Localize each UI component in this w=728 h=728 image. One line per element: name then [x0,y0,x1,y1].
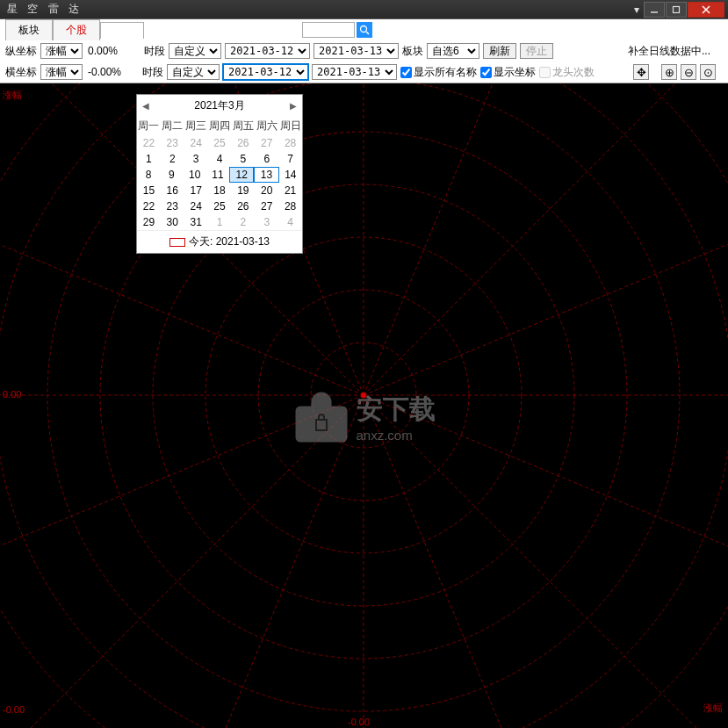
close-button[interactable] [688,2,724,18]
cal-day[interactable]: 31 [184,214,208,230]
radar-chart[interactable]: 涨幅 0.00 -0.00 -0.00 涨幅 安下载 anxz.com [0,83,728,728]
cal-day[interactable]: 10 [184,167,206,183]
cal-day[interactable]: 8 [137,167,160,183]
cal-weekday: 周六 [255,117,278,135]
cal-day[interactable]: 23 [161,135,184,151]
x-axis-title: 涨幅 [703,702,723,715]
cal-day[interactable]: 12 [229,167,254,183]
search-button[interactable] [357,22,372,38]
search-input[interactable] [302,22,355,38]
cal-weekday: 周三 [184,117,208,135]
svg-line-26 [364,188,728,395]
supplement-status: 补全日线数据中... [628,44,710,59]
svg-line-18 [364,83,728,395]
svg-line-23 [156,395,364,728]
leader-count-checkbox[interactable]: 龙头次数 [539,65,595,80]
cal-day[interactable]: 11 [206,167,229,183]
x-axis-neg: -0.00 [348,717,370,727]
minimize-button[interactable] [644,2,665,18]
cal-day[interactable]: 24 [184,198,208,214]
show-coords-checkbox[interactable]: 显示坐标 [480,65,536,80]
cal-day[interactable]: 3 [255,214,278,230]
cal-day[interactable]: 24 [184,135,208,151]
x-axis-value: -0.00% [88,66,121,78]
controls-row-2: 横坐标 涨幅 -0.00% 时段 自定义 2021-03-12 2021-03-… [0,61,728,83]
cal-title[interactable]: 2021年3月 [194,98,244,113]
cal-day[interactable]: 18 [208,183,232,198]
cal-day[interactable]: 6 [255,151,278,167]
period-select-1[interactable]: 自定义 [169,43,221,59]
tab-filler [100,22,144,39]
cal-day[interactable]: 5 [231,151,255,167]
y-axis-select[interactable]: 涨幅 [40,43,83,59]
svg-line-19 [0,395,364,728]
cal-day[interactable]: 14 [279,167,302,183]
cal-day[interactable]: 16 [161,183,184,198]
cal-day[interactable]: 2 [161,151,184,167]
reset-zoom-button[interactable]: ⊙ [700,64,716,80]
cal-next-icon[interactable]: ▶ [290,101,297,111]
cal-day[interactable]: 4 [208,151,232,167]
cal-day[interactable]: 29 [137,214,161,230]
cal-day[interactable]: 27 [255,198,278,214]
cal-day[interactable]: 23 [161,198,184,214]
cal-day[interactable]: 20 [255,183,278,198]
x-axis-select[interactable]: 涨幅 [40,64,83,80]
cal-day[interactable]: 22 [137,135,161,151]
cal-weekday: 周五 [231,117,255,135]
cal-day[interactable]: 28 [278,198,302,214]
window-title: 星 空 雷 达 [4,2,629,17]
refresh-button[interactable]: 刷新 [483,43,516,59]
down-arrow-icon[interactable]: ▾ [631,4,643,16]
cal-day[interactable]: 17 [184,183,208,198]
show-all-names-checkbox[interactable]: 显示所有名称 [400,65,477,80]
cal-day[interactable]: 19 [231,183,255,198]
block-select[interactable]: 自选6 [427,43,479,59]
cal-day[interactable]: 1 [137,151,161,167]
cal-day[interactable]: 2 [231,214,255,230]
target-button[interactable]: ✥ [633,64,649,80]
cal-day[interactable]: 22 [137,198,161,214]
cal-weekday: 周一 [137,117,161,135]
cal-day[interactable]: 25 [208,135,232,151]
date1-select-1[interactable]: 2021-03-12 [225,43,310,59]
stop-button[interactable]: 停止 [520,43,553,59]
period-select-2[interactable]: 自定义 [167,64,220,80]
maximize-button[interactable] [666,2,687,18]
calendar-popup: ◀ 2021年3月 ▶ 周一周二周三周四周五周六周日22232425262728… [136,94,303,254]
cal-day[interactable]: 13 [254,167,278,183]
tab-row: 板块 个股 [0,19,728,40]
cal-day[interactable]: 26 [231,135,255,151]
cal-day[interactable]: 15 [137,183,161,198]
cal-weekday: 周日 [278,117,302,135]
zoom-out-button[interactable]: ⊖ [681,64,696,80]
tab-stocks[interactable]: 个股 [53,19,100,40]
cal-day[interactable]: 26 [231,198,255,214]
cal-weekday: 周四 [208,117,232,135]
cal-day[interactable]: 4 [278,214,302,230]
cal-day[interactable]: 28 [278,135,302,151]
cal-day[interactable]: 27 [255,135,278,151]
x-axis-label: 横坐标 [5,65,37,80]
cal-day[interactable]: 1 [208,214,232,230]
cal-prev-icon[interactable]: ◀ [142,101,149,111]
y-axis-neg: -0.00 [3,704,25,715]
cal-day[interactable]: 30 [161,214,184,230]
cal-day[interactable]: 3 [184,151,208,167]
cal-day[interactable]: 9 [160,167,183,183]
y-axis-label: 纵坐标 [5,44,37,59]
cal-today-box-icon [169,238,185,247]
date1-select-2[interactable]: 2021-03-12 [223,64,308,80]
period-label-2: 时段 [142,65,163,80]
date2-select-2[interactable]: 2021-03-13 [312,64,397,80]
cal-day[interactable]: 25 [208,198,232,214]
zoom-in-button[interactable]: ⊕ [661,64,677,80]
cal-day[interactable]: 7 [278,151,302,167]
cal-day[interactable]: 21 [278,183,302,198]
svg-rect-1 [674,6,680,12]
date2-select-1[interactable]: 2021-03-13 [314,43,399,59]
cal-today[interactable]: 今天: 2021-03-13 [137,230,302,253]
tab-blocks[interactable]: 板块 [5,19,53,40]
block-label: 板块 [402,44,423,59]
svg-line-24 [364,395,571,728]
